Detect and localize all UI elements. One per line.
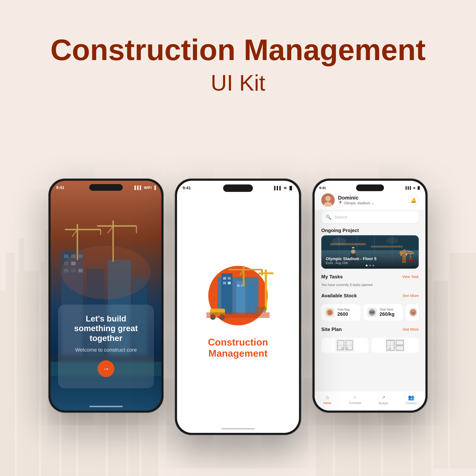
svg-rect-112 [341, 347, 344, 350]
phone-splash: 9:41 ▌▌▌ ≋ ▐▌ [175, 178, 301, 435]
my-tasks-label: My Tasks [321, 274, 343, 280]
view-task-link[interactable]: View Task [402, 275, 419, 279]
svg-rect-122 [389, 348, 391, 350]
svg-rect-1 [6, 253, 15, 290]
bell-icon: 🔔 [410, 197, 416, 203]
siteplan-header: Site Plan See More [315, 323, 425, 334]
status-icons: ▌▌▌ WiFi ▐ [135, 186, 156, 190]
phone-dashboard-statusbar: 9:41 ▌▌▌ ≋ ▐▌ [319, 183, 421, 193]
site-plan-label: Site Plan [321, 326, 342, 332]
signal-icon: ▌▌▌ [406, 186, 412, 190]
search-icon: 🔍 [326, 215, 331, 220]
svg-rect-67 [223, 282, 226, 284]
stock-cards: 🧱 Total Bag 2600 [321, 304, 419, 321]
siteplan-see-more-link[interactable]: See More [403, 327, 419, 332]
siteplan-card-1[interactable] [321, 338, 369, 353]
home-icon: ⌂ [326, 394, 329, 400]
extra-icon: 🪵 [409, 307, 417, 317]
stock-see-more-link[interactable]: See More [403, 294, 419, 298]
bottom-nav: ⌂ Home ○ Schedule ↗ Budget 👥 Connect [315, 391, 425, 410]
signal-icon: ▌▌▌ [274, 186, 282, 190]
nav-schedule-label: Schedule [349, 401, 361, 405]
svg-rect-80 [206, 312, 270, 318]
svg-point-59 [61, 246, 151, 299]
splash-title: Construction Management [188, 337, 288, 359]
nav-schedule[interactable]: ○ Schedule [349, 394, 361, 405]
bag-icon: 🧱 [325, 307, 335, 317]
wifi-icon: ≋ [284, 186, 287, 190]
splash-content: Construction Management [177, 181, 299, 433]
phones-showcase: 9:41 ▌▌▌ WiFi ▐ Let's build something gr… [15, 178, 461, 435]
stock-steel-details: Total Steel 260/kg [379, 308, 394, 317]
status-time: 9:41 [183, 186, 191, 190]
steel-icon [367, 307, 377, 317]
dot-inactive-2 [373, 265, 374, 266]
nav-home[interactable]: ⌂ Home [323, 394, 331, 405]
phone-splash-statusbar: 9:41 ▌▌▌ ≋ ▐▌ [183, 183, 293, 193]
svg-rect-65 [223, 277, 226, 280]
project-card[interactable]: Olympic Stadium - Floor 5 Ends : Aug 15t… [321, 235, 419, 269]
nav-budget[interactable]: ↗ Budget [379, 394, 388, 405]
user-name: Dominic [338, 195, 374, 201]
svg-rect-103 [370, 311, 374, 312]
phone-welcome-statusbar: 9:41 ▌▌▌ WiFi ▐ [56, 183, 156, 192]
svg-text:🧱: 🧱 [328, 310, 332, 315]
page-header: Construction Management UI Kit [0, 0, 476, 96]
svg-rect-113 [346, 347, 348, 350]
phone-welcome-screen: 9:41 ▌▌▌ WiFi ▐ Let's build something gr… [51, 181, 161, 410]
available-stock-label: Available Stock [321, 293, 357, 299]
svg-rect-64 [247, 285, 255, 314]
user-location: 📍 Olimpic stadium ⌄ [338, 201, 374, 205]
nav-connect[interactable]: 👥 Connect [406, 394, 417, 405]
page-title: Construction Management [0, 34, 476, 66]
dot-inactive-1 [369, 265, 371, 266]
svg-text:🪵: 🪵 [411, 310, 415, 315]
tasks-section: You have currently 8 tasks opened [315, 282, 425, 289]
search-bar[interactable]: 🔍 Search [321, 211, 419, 223]
dot-active [366, 265, 368, 266]
schedule-icon: ○ [354, 394, 357, 400]
stock-header: Available Stock See More [315, 290, 425, 301]
svg-rect-104 [370, 313, 374, 314]
notification-button[interactable]: 🔔 [408, 195, 419, 205]
status-icons-right: ▌▌▌ ≋ ▐▌ [406, 186, 421, 190]
nav-budget-label: Budget [379, 402, 388, 405]
svg-rect-66 [228, 277, 231, 280]
nav-connect-label: Connect [406, 402, 417, 405]
chevron-icon: ⌄ [371, 201, 374, 205]
get-started-button[interactable]: → [98, 360, 114, 377]
user-details: Dominic 📍 Olimpic stadium ⌄ [338, 195, 374, 205]
svg-rect-69 [237, 285, 240, 287]
project-card-date: Ends : Aug 15th [326, 261, 414, 265]
siteplan-card-2[interactable] [372, 338, 419, 353]
dashboard: Dominic 📍 Olimpic stadium ⌄ 🔔 [315, 181, 425, 410]
stock-card-bag: 🧱 Total Bag 2600 [321, 304, 360, 321]
arrow-icon: → [102, 365, 110, 373]
svg-line-55 [108, 226, 113, 233]
svg-line-51 [72, 229, 77, 237]
welcome-card: Let's build something great together Wel… [58, 305, 154, 388]
siteplan-section [315, 334, 425, 354]
tasks-header: My Tasks View Task [315, 271, 425, 282]
home-indicator-center [221, 428, 255, 429]
siteplan-cards [321, 338, 419, 353]
stock-bag-label: Total Bag [337, 308, 350, 311]
svg-rect-41 [64, 255, 68, 258]
svg-point-83 [325, 196, 331, 201]
stock-steel-value: 260/kg [379, 311, 394, 317]
page-subtitle: UI Kit [0, 70, 476, 96]
svg-rect-93 [371, 246, 403, 248]
svg-rect-96 [352, 247, 354, 248]
splash-illustration [195, 255, 281, 325]
stock-steel-label: Total Steel [379, 308, 394, 311]
user-info: Dominic 📍 Olimpic stadium ⌄ [321, 193, 374, 207]
battery-icon: ▐▌ [288, 186, 293, 190]
user-avatar [321, 193, 335, 207]
phone-dashboard-screen: 9:41 ▌▌▌ ≋ ▐▌ [315, 181, 425, 410]
svg-rect-68 [228, 282, 231, 284]
home-indicator [89, 406, 123, 407]
battery-icon: ▐ [153, 186, 156, 190]
svg-rect-0 [0, 290, 15, 476]
phone-welcome: 9:41 ▌▌▌ WiFi ▐ Let's build something gr… [48, 178, 164, 413]
budget-icon: ↗ [381, 394, 385, 401]
